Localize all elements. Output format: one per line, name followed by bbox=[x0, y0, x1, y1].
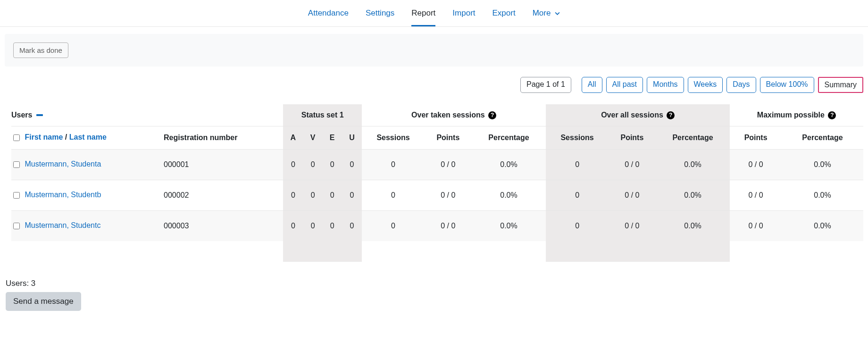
cell-status-e: 0 bbox=[323, 180, 342, 210]
cell-taken-points: 0 / 0 bbox=[425, 180, 472, 210]
col-max-points: Points bbox=[730, 126, 782, 149]
report-filters: Page 1 of 1 All All past Months Weeks Da… bbox=[0, 67, 868, 93]
send-message-button[interactable]: Send a message bbox=[6, 292, 81, 311]
help-icon[interactable]: ? bbox=[488, 111, 496, 119]
cell-max-points: 0 / 0 bbox=[730, 180, 782, 210]
student-link[interactable]: Mustermann, Studentc bbox=[25, 221, 100, 229]
cell-taken-points: 0 / 0 bbox=[425, 210, 472, 241]
col-status-a: A bbox=[283, 126, 303, 149]
col-max-percentage: Percentage bbox=[782, 126, 863, 149]
cell-all-percentage: 0.0% bbox=[656, 210, 730, 241]
cell-status-a: 0 bbox=[283, 210, 303, 241]
cell-taken-percentage: 0.0% bbox=[472, 210, 546, 241]
group-header-over-all: Over all sessions ? bbox=[546, 104, 730, 126]
over-taken-label: Over taken sessions bbox=[411, 111, 485, 119]
cell-status-u: 0 bbox=[342, 180, 362, 210]
cell-status-u: 0 bbox=[342, 149, 362, 180]
chevron-down-icon bbox=[555, 9, 560, 18]
filter-all-past[interactable]: All past bbox=[606, 77, 643, 93]
cell-max-percentage: 0.0% bbox=[782, 210, 863, 241]
report-footer: Users: 3 Send a message bbox=[0, 276, 868, 325]
group-header-users[interactable]: Users bbox=[11, 111, 43, 119]
cell-max-points: 0 / 0 bbox=[730, 149, 782, 180]
filter-below-100[interactable]: Below 100% bbox=[760, 77, 814, 93]
sort-last-name[interactable]: Last name bbox=[69, 133, 107, 141]
col-all-sessions: Sessions bbox=[546, 126, 609, 149]
student-link[interactable]: Mustermann, Studenta bbox=[25, 160, 101, 168]
select-row-checkbox[interactable] bbox=[13, 192, 20, 199]
cell-all-points: 0 / 0 bbox=[609, 149, 656, 180]
cell-taken-sessions: 0 bbox=[362, 180, 425, 210]
cell-status-v: 0 bbox=[303, 149, 323, 180]
table-row: Mustermann, Studentc 000003 0 0 0 0 0 0 … bbox=[11, 210, 863, 241]
col-taken-percentage: Percentage bbox=[472, 126, 546, 149]
filter-weeks[interactable]: Weeks bbox=[688, 77, 723, 93]
tab-more-label: More bbox=[533, 8, 551, 17]
table-footer-pad bbox=[11, 241, 863, 262]
group-header-over-taken: Over taken sessions ? bbox=[362, 104, 546, 126]
cell-taken-percentage: 0.0% bbox=[472, 180, 546, 210]
cell-registration: 000002 bbox=[164, 180, 283, 210]
select-all-checkbox[interactable] bbox=[13, 134, 20, 141]
cell-taken-percentage: 0.0% bbox=[472, 149, 546, 180]
filter-days[interactable]: Days bbox=[726, 77, 756, 93]
col-all-percentage: Percentage bbox=[656, 126, 730, 149]
student-link[interactable]: Mustermann, Studentb bbox=[25, 191, 101, 199]
cell-status-v: 0 bbox=[303, 180, 323, 210]
select-row-checkbox[interactable] bbox=[13, 161, 20, 168]
col-taken-points: Points bbox=[425, 126, 472, 149]
col-status-e: E bbox=[323, 126, 342, 149]
cell-all-points: 0 / 0 bbox=[609, 210, 656, 241]
tab-export[interactable]: Export bbox=[492, 0, 516, 26]
cell-taken-sessions: 0 bbox=[362, 210, 425, 241]
sort-first-name[interactable]: First name bbox=[25, 133, 63, 141]
report-tabs: Attendance Settings Report Import Export… bbox=[0, 0, 868, 27]
table-row: Mustermann, Studentb 000002 0 0 0 0 0 0 … bbox=[11, 180, 863, 210]
cell-status-e: 0 bbox=[323, 149, 342, 180]
col-taken-sessions: Sessions bbox=[362, 126, 425, 149]
cell-all-sessions: 0 bbox=[546, 180, 609, 210]
cell-taken-points: 0 / 0 bbox=[425, 149, 472, 180]
completion-bar: Mark as done bbox=[5, 34, 863, 67]
group-header-max-possible: Maximum possible ? bbox=[730, 104, 863, 126]
cell-taken-sessions: 0 bbox=[362, 149, 425, 180]
cell-all-percentage: 0.0% bbox=[656, 180, 730, 210]
users-header-label: Users bbox=[11, 111, 32, 119]
help-icon[interactable]: ? bbox=[667, 111, 675, 119]
tab-import[interactable]: Import bbox=[452, 0, 475, 26]
help-icon[interactable]: ? bbox=[828, 111, 836, 119]
filter-summary[interactable]: Summary bbox=[818, 77, 863, 93]
tab-more[interactable]: More bbox=[533, 0, 560, 26]
cell-registration: 000001 bbox=[164, 149, 283, 180]
name-separator: / bbox=[63, 133, 69, 141]
tab-attendance[interactable]: Attendance bbox=[308, 0, 349, 26]
table-row: Mustermann, Studenta 000001 0 0 0 0 0 0 … bbox=[11, 149, 863, 180]
max-possible-label: Maximum possible bbox=[757, 111, 825, 119]
cell-status-v: 0 bbox=[303, 210, 323, 241]
cell-max-points: 0 / 0 bbox=[730, 210, 782, 241]
cell-status-e: 0 bbox=[323, 210, 342, 241]
cell-status-a: 0 bbox=[283, 149, 303, 180]
filter-all[interactable]: All bbox=[582, 77, 602, 93]
page-indicator: Page 1 of 1 bbox=[520, 77, 571, 93]
cell-max-percentage: 0.0% bbox=[782, 149, 863, 180]
cell-all-points: 0 / 0 bbox=[609, 180, 656, 210]
select-row-checkbox[interactable] bbox=[13, 223, 20, 229]
tab-settings[interactable]: Settings bbox=[366, 0, 394, 26]
tab-report[interactable]: Report bbox=[411, 0, 435, 26]
col-registration: Registration number bbox=[164, 126, 283, 149]
users-count: Users: 3 bbox=[6, 279, 863, 288]
cell-all-percentage: 0.0% bbox=[656, 149, 730, 180]
filter-months[interactable]: Months bbox=[647, 77, 684, 93]
cell-all-sessions: 0 bbox=[546, 210, 609, 241]
cell-status-u: 0 bbox=[342, 210, 362, 241]
cell-all-sessions: 0 bbox=[546, 149, 609, 180]
col-status-u: U bbox=[342, 126, 362, 149]
cell-status-a: 0 bbox=[283, 180, 303, 210]
group-header-status-set: Status set 1 bbox=[283, 104, 362, 126]
minus-icon bbox=[36, 114, 43, 116]
cell-max-percentage: 0.0% bbox=[782, 180, 863, 210]
col-all-points: Points bbox=[609, 126, 656, 149]
col-status-v: V bbox=[303, 126, 323, 149]
mark-as-done-button[interactable]: Mark as done bbox=[13, 42, 68, 58]
